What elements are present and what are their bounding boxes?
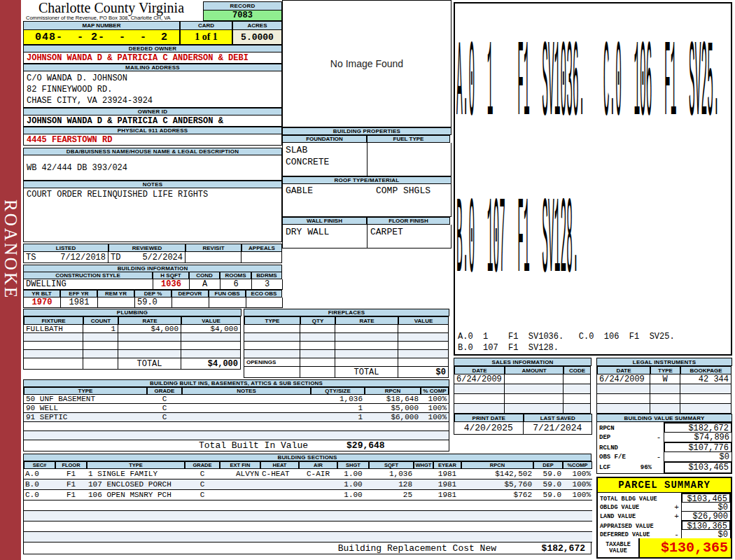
print-date-value: 4/20/2025 (454, 422, 524, 435)
appeals-label: APPEALS (241, 244, 282, 252)
fireplaces-cell (244, 342, 300, 350)
built-ins-cell: C (147, 395, 182, 404)
sales-table: DATE AMOUNT CODE 6/24/2009 (454, 366, 592, 414)
plumbing-section: PLUMBING FIXTURE COUNT RATE VALUE FULLBA… (23, 309, 241, 370)
plumbing-cell (83, 350, 118, 358)
fun-obs-value (209, 298, 246, 308)
built-ins-total-value: $29,648 (346, 440, 385, 451)
sales-cell (505, 404, 564, 414)
record-value: 7083 (203, 10, 282, 21)
built-ins-cell: $5,000 (365, 404, 421, 413)
roanoke-sidebar: ROANOKE (0, 0, 21, 560)
built-ins-cell (182, 422, 311, 431)
plumbing-cell (118, 342, 181, 350)
built-ins-cell (24, 422, 147, 431)
building-sections-table: SEC# FLOOR TYPE GRADE EXT FIN HEAT AIR S… (23, 461, 592, 542)
acres-label: ACRES (232, 21, 282, 30)
plumbing-col-fixture: FIXTURE (24, 316, 83, 325)
fireplaces-cell (300, 367, 335, 378)
parcel-row: TOTAL BLDG VALUE $103,465 (598, 493, 731, 502)
no-image-text: No Image Found (330, 58, 403, 69)
plumbing-cell (83, 358, 118, 370)
built-ins-cell (182, 395, 311, 404)
page-title: Charlotte County Virginia (38, 0, 184, 16)
legal-cell (650, 404, 680, 414)
sketch-legend-line-2: B.0 107 F1 SV128. (458, 342, 675, 354)
legal-instruments-table: DATE TYPE BOOKPAGE 6/24/2009 W 42 344 (596, 366, 732, 414)
bs-cell: 1.00 (337, 479, 369, 490)
notes-header: NOTES (23, 181, 282, 188)
bs-empty-row (24, 522, 592, 532)
revisit-value (186, 252, 241, 263)
floor-finish-label: FLOOR FINISH (367, 217, 450, 225)
building-sections-total-row: Building Replacement Cost New $182,672 (23, 542, 592, 554)
plumbing-cell (24, 333, 83, 342)
bs-cell: 107 ENCLOSED PORCH (87, 479, 185, 490)
notes-value: COURT ORDER RELINQUISHED LIFE RIGHTS (23, 188, 282, 242)
bs-cell (220, 479, 260, 490)
fireplaces-cell (300, 342, 335, 350)
print-info-section: PRINT DATE LAST SAVED 4/20/2025 7/21/202… (454, 414, 592, 435)
depovr-label: DEPOVR (172, 290, 209, 298)
row-label: APPRAISED VALUE (600, 523, 654, 530)
taxable-value: $130,365 (640, 538, 731, 557)
fireplaces-cell (335, 342, 398, 350)
parcel-row: OBLDG VALUE + $0 (598, 502, 731, 511)
sales-header: SALES INFORMATION (454, 358, 592, 366)
fireplaces-col-qty: QTY (300, 316, 335, 325)
bs-cell: 100% (563, 490, 592, 500)
bs-cell: 100% (563, 479, 592, 490)
fireplaces-cell (244, 350, 300, 358)
bs-cell: A.0 (24, 469, 55, 479)
built-ins-cell: 1 (311, 413, 365, 422)
row-label: RCLND (599, 444, 618, 451)
h-sqft-value: 1036 (153, 279, 190, 290)
bs-col: FLOOR (55, 461, 87, 469)
legal-col-bookpage: BOOKPAGE (680, 366, 732, 374)
wall-floor-values: DRY WALL CARPET (282, 225, 451, 248)
fuel-type-value (368, 143, 451, 176)
sketch-stretched-line-2: B.0 107 F1 SV128. (456, 178, 579, 304)
plumbing-cell: $4,000 (118, 325, 181, 333)
built-ins-cell: C (147, 404, 182, 413)
listed-value: TS 7/12/2018 (23, 252, 108, 263)
page-subtitle: Commissioner of the Revenue, PO Box 308,… (26, 15, 171, 21)
fireplaces-section: FIREPLACES TYPE QTY RATE VALUE OPENINGS … (244, 309, 449, 378)
bs-cell (299, 479, 337, 490)
built-ins-cell (421, 431, 449, 440)
row-label: LCF (599, 464, 610, 471)
plumbing-cell (118, 350, 181, 358)
bs-cell: 1,036 (369, 469, 414, 479)
bs-empty-row (24, 532, 592, 542)
bdrms-label: BDRMS (251, 272, 282, 279)
plumbing-cell (83, 333, 118, 342)
row-label: TOTAL BLDG VALUE (600, 496, 657, 503)
plumbing-cell: $4,000 (181, 325, 241, 333)
building-info-columns-2: YR BLT EFF YR REM YR DEP % DEPOVR FUN OB… (23, 290, 282, 298)
plumbing-cell (24, 358, 83, 370)
fireplaces-total-value: $0 (398, 367, 449, 378)
legal-cell (680, 404, 732, 414)
bs-col: %COMP (563, 461, 592, 469)
legal-col-type: TYPE (650, 366, 680, 374)
legal-cell (650, 394, 680, 404)
bs-cell (414, 469, 433, 479)
sales-cell (564, 404, 591, 414)
built-ins-cell (147, 422, 182, 431)
plumbing-cell: 1 (83, 325, 118, 333)
built-ins-cell: 100% (421, 413, 449, 422)
bs-cell: 1.00 (337, 490, 369, 500)
built-ins-cell (365, 422, 421, 431)
bs-cell: C (185, 469, 220, 479)
bs-col: SQFT (369, 461, 414, 469)
sketch-legend: A.0 1 F1 SV1036. C.0 106 F1 SV25. B.0 10… (458, 331, 675, 354)
built-ins-cell: 91 SEPTIC (24, 413, 147, 422)
bs-cell (260, 490, 299, 500)
fuel-type-label: FUEL TYPE (367, 135, 450, 143)
bs-cell: 59.0 (533, 469, 563, 479)
parcel-row: APPRAISED VALUE $130,365 (598, 520, 731, 529)
sales-col-code: CODE (564, 366, 591, 374)
fireplaces-cell (300, 333, 335, 342)
property-photo-placeholder: No Image Found (282, 0, 451, 127)
plumbing-cell: FULLBATH (24, 325, 83, 333)
